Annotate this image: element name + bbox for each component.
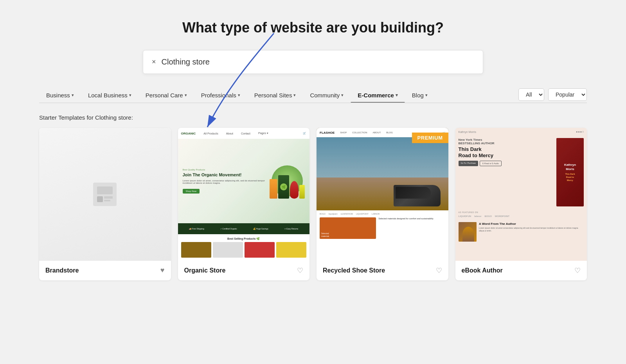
- template-name-organic: Organic Store: [184, 267, 226, 274]
- tab-personal-sites-label: Personal Sites: [254, 92, 292, 99]
- template-card-brandstore[interactable]: Brandstore ♥: [39, 128, 171, 280]
- templates-grid: Brandstore ♥ ORGANIC All ProductsAboutCo…: [39, 128, 587, 280]
- template-preview-ebook: Kathryn Morris ■ ■ ■ ≡ New York TimesBES…: [455, 128, 587, 261]
- tab-personal-sites[interactable]: Personal Sites ▾: [247, 88, 303, 102]
- chevron-down-icon: ▾: [425, 93, 428, 98]
- template-preview-organic: ORGANIC All ProductsAboutContactPages ▾ …: [178, 128, 310, 261]
- chevron-down-icon: ▾: [129, 93, 131, 98]
- chevron-down-icon: ▾: [238, 93, 240, 98]
- starter-templates-label: Starter Templates for Clothing store:: [39, 114, 587, 121]
- card-footer-ebook: eBook Author ♡: [455, 261, 587, 280]
- tab-professionals[interactable]: Professionals ▾: [194, 88, 247, 102]
- svg-rect-2: [97, 186, 113, 194]
- clear-icon[interactable]: ×: [152, 58, 156, 66]
- nav-tabs: Business ▾ Local Business ▾ Personal Car…: [39, 88, 587, 103]
- chevron-down-icon: ▾: [293, 93, 296, 98]
- card-footer-brandstore: Brandstore ♥: [39, 261, 171, 280]
- svg-rect-5: [104, 200, 110, 201]
- organic-image: ORGANIC All ProductsAboutContactPages ▾ …: [178, 128, 310, 261]
- brandstore-image: [39, 128, 171, 261]
- search-bar: ×: [143, 50, 483, 74]
- chevron-down-icon: ▾: [341, 93, 344, 98]
- favorite-icon-ebook[interactable]: ♡: [574, 266, 581, 275]
- template-card-shoe[interactable]: PREMIUM FLASHOE SHOPCOLLECTIONABOUTBLOG …: [317, 128, 448, 280]
- ebook-image: Kathryn Morris ■ ■ ■ ≡ New York TimesBES…: [455, 128, 587, 261]
- template-card-ebook[interactable]: Kathryn Morris ■ ■ ■ ≡ New York TimesBES…: [455, 128, 587, 280]
- tab-blog-label: Blog: [412, 92, 424, 99]
- tab-personal-care[interactable]: Personal Care ▾: [139, 88, 194, 102]
- template-preview-shoe: PREMIUM FLASHOE SHOPCOLLECTIONABOUTBLOG …: [317, 128, 448, 261]
- favorite-icon-shoe[interactable]: ♡: [436, 266, 442, 275]
- template-name-shoe: Recycled Shoe Store: [323, 267, 385, 274]
- chevron-down-icon: ▾: [396, 93, 398, 98]
- premium-badge: PREMIUM: [412, 133, 448, 143]
- tab-professionals-label: Professionals: [201, 92, 236, 99]
- tab-local-business-label: Local Business: [88, 92, 128, 99]
- chevron-down-icon: ▾: [185, 93, 187, 98]
- tab-blog[interactable]: Blog ▾: [405, 88, 435, 102]
- filter-popular-select[interactable]: Popular: [548, 88, 587, 101]
- tab-ecommerce[interactable]: E-Commerce ▾: [351, 88, 405, 102]
- tab-ecommerce-label: E-Commerce: [358, 92, 394, 99]
- filter-all-select[interactable]: All: [518, 88, 544, 101]
- tab-business[interactable]: Business ▾: [39, 88, 81, 102]
- tab-business-label: Business: [46, 92, 70, 99]
- card-footer-organic: Organic Store ♡: [178, 261, 310, 280]
- tab-local-business[interactable]: Local Business ▾: [81, 88, 139, 102]
- tab-community-label: Community: [310, 92, 340, 99]
- shoe-image: PREMIUM FLASHOE SHOPCOLLECTIONABOUTBLOG …: [317, 128, 448, 261]
- favorite-icon-brandstore[interactable]: ♥: [160, 266, 165, 274]
- template-preview-brandstore: [39, 128, 171, 261]
- template-card-organic[interactable]: ORGANIC All ProductsAboutContactPages ▾ …: [178, 128, 310, 280]
- page-title: What type of website are you building?: [8, 20, 618, 36]
- card-footer-shoe: Recycled Shoe Store ♡: [317, 261, 448, 280]
- favorite-icon-organic[interactable]: ♡: [297, 266, 303, 275]
- svg-rect-3: [97, 196, 103, 202]
- search-input[interactable]: [162, 57, 474, 66]
- chevron-down-icon: ▾: [72, 93, 74, 98]
- tab-personal-care-label: Personal Care: [146, 92, 183, 99]
- svg-rect-4: [104, 196, 113, 199]
- template-name-brandstore: Brandstore: [45, 267, 79, 274]
- tab-community[interactable]: Community ▾: [303, 88, 351, 102]
- template-name-ebook: eBook Author: [462, 267, 503, 274]
